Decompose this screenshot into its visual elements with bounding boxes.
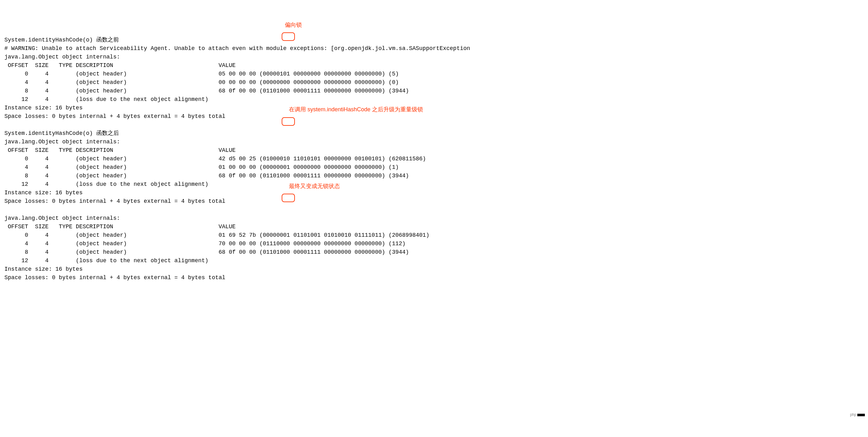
line: Instance size: 16 bytes: [4, 266, 83, 272]
table-header: OFFSET SIZE TYPE DESCRIPTION VALUE: [4, 224, 236, 230]
table-row: 4 4 (object header) 00 00 00 00 (0000000…: [4, 79, 399, 86]
line: java.lang.Object object internals:: [4, 215, 120, 221]
table-row: 8 4 (object header) 68 0f 00 00 (0110100…: [4, 88, 409, 94]
table-row: 4 4 (object header) 70 00 00 00 (0111000…: [4, 240, 406, 247]
watermark: php: [849, 411, 866, 418]
table-header: OFFSET SIZE TYPE DESCRIPTION VALUE: [4, 147, 236, 154]
table-row: 0 4 (object header) 42 d5 00 25 (0100001…: [4, 156, 426, 162]
line: java.lang.Object object internals:: [4, 54, 120, 60]
line: Instance size: 16 bytes: [4, 190, 83, 196]
table-row: 12 4 (loss due to the next object alignm…: [4, 96, 208, 102]
highlight-box-3: [282, 194, 295, 202]
table-row: 12 4 (loss due to the next object alignm…: [4, 258, 208, 264]
line: Space losses: 0 bytes internal + 4 bytes…: [4, 274, 225, 281]
annotation-heavyweight-lock: 在调用 system.indentiHashCode 之后升级为重量级锁: [289, 105, 423, 114]
line: java.lang.Object object internals:: [4, 139, 120, 145]
table-row: 12 4 (loss due to the next object alignm…: [4, 181, 208, 188]
annotation-no-lock: 最终又变成无锁状态: [289, 182, 340, 191]
table-row: 4 4 (object header) 01 00 00 00 (0000000…: [4, 164, 399, 170]
table-row: 8 4 (object header) 68 0f 00 00 (0110100…: [4, 173, 409, 179]
line: Space losses: 0 bytes internal + 4 bytes…: [4, 198, 225, 204]
line: System.identityHashCode(o) 函数之前: [4, 37, 119, 43]
table-row: 0 4 (object header) 01 69 52 7b (0000000…: [4, 232, 429, 238]
line: # WARNING: Unable to attach Serviceabili…: [4, 45, 470, 52]
annotation-biased-lock: 偏向锁: [285, 21, 302, 29]
console-output: System.identityHashCode(o) 函数之前 # WARNIN…: [4, 36, 864, 282]
line: System.identityHashCode(o) 函数之后: [4, 130, 119, 136]
table-row: 0 4 (object header) 05 00 00 00 (0000010…: [4, 71, 399, 77]
line: Space losses: 0 bytes internal + 4 bytes…: [4, 113, 225, 120]
highlight-box-2: [282, 117, 295, 126]
table-row: 8 4 (object header) 68 0f 00 00 (0110100…: [4, 249, 409, 255]
table-header: OFFSET SIZE TYPE DESCRIPTION VALUE: [4, 62, 236, 69]
line: Instance size: 16 bytes: [4, 105, 83, 111]
highlight-box-1: [282, 32, 295, 41]
